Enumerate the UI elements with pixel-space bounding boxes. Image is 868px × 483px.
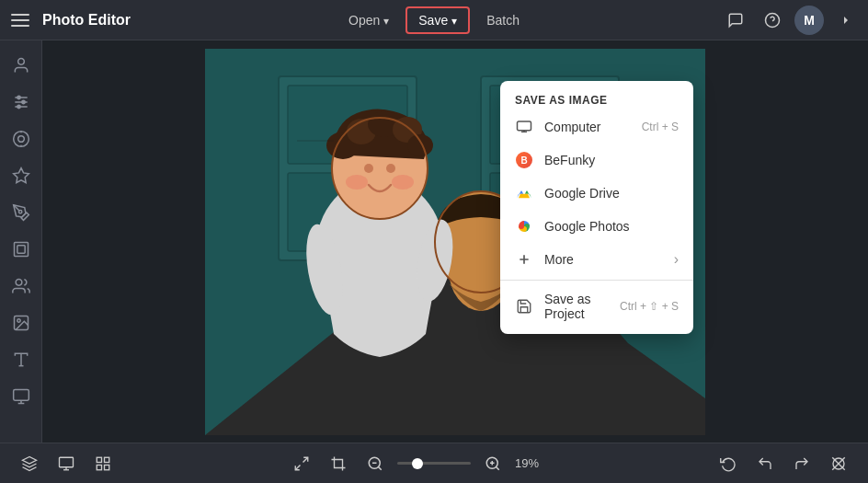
dropdown-item-google-photos[interactable]: Google Photos <box>500 210 693 243</box>
open-button[interactable]: Open <box>337 7 400 33</box>
svg-line-69 <box>378 466 381 469</box>
rotate-ccw-button[interactable] <box>714 449 743 478</box>
dropdown-item-google-drive[interactable]: Google Drive <box>500 177 693 210</box>
sidebar-item-text[interactable] <box>4 342 39 377</box>
dropdown-item-befunky[interactable]: B BeFunky <box>500 144 693 177</box>
monitor-icon <box>515 118 533 136</box>
svg-point-43 <box>407 134 433 156</box>
header-right: M <box>531 6 861 35</box>
sidebar-item-people[interactable] <box>4 269 39 304</box>
sidebar-item-retouch[interactable] <box>4 195 39 230</box>
svg-line-72 <box>496 466 498 469</box>
grid-button[interactable] <box>88 449 118 478</box>
open-chevron-icon <box>383 13 389 28</box>
svg-point-2 <box>17 59 24 65</box>
toolbar-left <box>15 449 118 478</box>
history-button[interactable] <box>51 449 81 478</box>
dropdown-item-more[interactable]: More <box>500 243 693 276</box>
dropdown-computer-shortcut: Ctrl + S <box>642 121 679 133</box>
svg-rect-15 <box>14 243 28 257</box>
sidebar-item-frame[interactable] <box>4 232 39 267</box>
dropdown-befunky-label: BeFunky <box>544 153 679 167</box>
zoom-percent: 19% <box>515 456 544 470</box>
svg-point-14 <box>18 211 21 213</box>
svg-rect-22 <box>13 390 29 401</box>
more-arrow-icon <box>674 251 679 268</box>
chat-icon-button[interactable] <box>721 6 750 35</box>
sidebar-item-sticker[interactable] <box>4 305 39 340</box>
header-left: Photo Editor <box>7 7 337 33</box>
svg-point-44 <box>364 164 373 173</box>
svg-point-10 <box>17 136 24 143</box>
sidebar-item-ai[interactable] <box>4 158 39 193</box>
sidebar-item-person[interactable] <box>4 48 39 83</box>
sidebar-item-adjust[interactable] <box>4 85 39 120</box>
svg-point-7 <box>21 100 24 103</box>
toolbar-center: 19% <box>287 449 544 478</box>
sidebar-item-graphic[interactable] <box>4 379 39 414</box>
help-icon-button[interactable] <box>758 6 787 35</box>
plus-icon <box>515 250 533 269</box>
svg-point-47 <box>392 175 414 190</box>
save-chevron-icon <box>451 13 457 28</box>
svg-line-66 <box>303 457 308 462</box>
crop-button[interactable] <box>324 449 353 478</box>
svg-line-67 <box>295 465 300 469</box>
svg-point-17 <box>16 280 22 286</box>
dropdown-item-save-project[interactable]: Save as Project Ctrl + ⇧ + S <box>500 284 693 328</box>
dropdown-divider <box>500 280 693 281</box>
batch-button[interactable]: Batch <box>475 7 531 33</box>
zoom-thumb[interactable] <box>412 458 423 469</box>
layers-button[interactable] <box>15 449 44 478</box>
fit-screen-button[interactable] <box>287 449 316 478</box>
menu-icon[interactable] <box>7 7 33 33</box>
svg-point-45 <box>386 164 395 173</box>
bottom-toolbar: 19% <box>0 443 868 483</box>
svg-point-9 <box>13 132 29 147</box>
history-undo-button[interactable] <box>824 449 853 478</box>
google-photos-icon <box>515 217 533 236</box>
app-title: Photo Editor <box>42 12 131 29</box>
redo-button[interactable] <box>787 449 817 478</box>
save-project-icon <box>515 297 533 316</box>
svg-point-8 <box>17 105 19 108</box>
more-options-icon-button[interactable] <box>831 6 861 35</box>
google-drive-icon <box>515 184 533 202</box>
header-center: Open Save Batch <box>337 6 531 34</box>
svg-rect-62 <box>97 457 101 462</box>
dropdown-item-computer[interactable]: Computer Ctrl + S <box>500 110 693 144</box>
befunky-icon: B <box>515 151 533 169</box>
svg-point-19 <box>17 319 19 322</box>
svg-rect-64 <box>105 465 109 469</box>
dropdown-more-label: More <box>544 252 663 267</box>
svg-rect-65 <box>97 465 101 469</box>
svg-marker-13 <box>13 168 29 183</box>
svg-rect-63 <box>105 457 109 462</box>
dropdown-save-project-label: Save as Project <box>544 292 609 321</box>
save-button[interactable]: Save <box>405 6 470 34</box>
svg-point-6 <box>17 96 19 98</box>
header: Photo Editor Open Save Batch M <box>0 0 868 40</box>
zoom-slider[interactable] <box>397 462 471 465</box>
dropdown-photos-label: Google Photos <box>544 219 679 234</box>
sidebar-item-effects[interactable] <box>4 121 39 156</box>
svg-marker-58 <box>23 456 37 464</box>
svg-rect-59 <box>60 457 74 467</box>
dropdown-save-project-shortcut: Ctrl + ⇧ + S <box>620 300 679 313</box>
zoom-in-button[interactable] <box>478 449 508 478</box>
save-dropdown-menu: Save as Image Computer Ctrl + S B <box>500 81 693 334</box>
svg-rect-52 <box>518 121 531 131</box>
svg-point-46 <box>346 175 368 190</box>
main: Save as Image Computer Ctrl + S B <box>0 40 868 443</box>
dropdown-drive-label: Google Drive <box>544 186 679 201</box>
svg-rect-16 <box>17 246 24 253</box>
avatar[interactable]: M <box>794 6 824 35</box>
dropdown-header: Save as Image <box>500 86 693 110</box>
toolbar-right <box>714 449 853 478</box>
undo-button[interactable] <box>750 449 780 478</box>
sidebar <box>0 40 42 443</box>
dropdown-computer-label: Computer <box>544 120 631 134</box>
canvas-area: Save as Image Computer Ctrl + S B <box>42 40 868 443</box>
zoom-out-button[interactable] <box>360 449 390 478</box>
